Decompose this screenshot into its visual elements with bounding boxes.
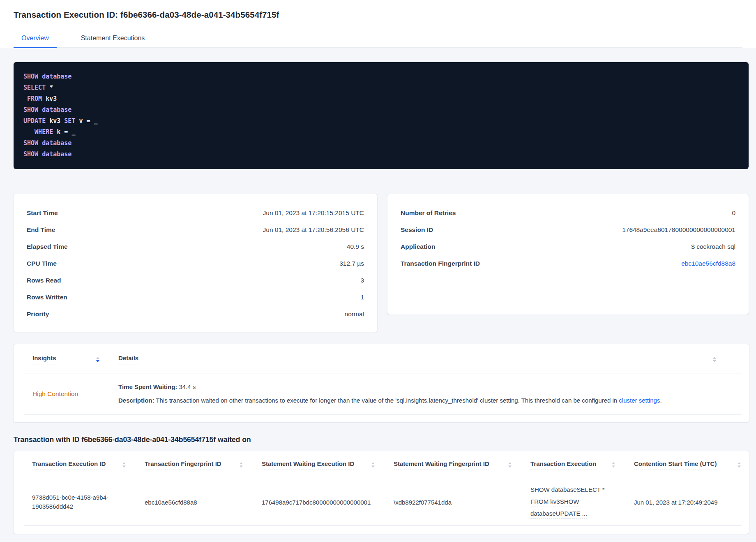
sort-down-icon [122,466,126,468]
transaction-execution-id-header[interactable]: Transaction Execution ID [32,460,106,470]
rows-read-label: Rows Read [27,277,61,284]
col-transaction-fingerprint-id: Transaction Fingerprint ID [145,460,262,470]
sql-statements-box: SHOW databaseSELECT * FROM kv3SHOW datab… [14,62,749,169]
sort-icon[interactable] [240,462,243,468]
row-transaction-fingerprint-id: Transaction Fingerprint ID ebc10ae56cfd8… [401,255,735,272]
sort-icon[interactable] [122,462,126,468]
cpu-time-label: CPU Time [27,260,57,267]
transaction-execution-link[interactable]: FROM kv3SHOW [530,497,579,507]
contention-start-time-cell: Jun 01, 2023 at 17:20:49:2049 [634,498,741,507]
row-divider [24,525,742,526]
insight-description: Description: This transaction waited on … [118,396,749,405]
contention-start-time-value: Jun 01, 2023 at 17:20:49:2049 [634,499,718,506]
sort-up-icon [713,357,716,359]
insights-column: Insights [32,354,99,364]
sort-up-icon [122,462,126,464]
tab-statement-executions-label: Statement Executions [81,35,145,42]
description-period: . [660,397,662,404]
cpu-time-value: 312.7 µs [339,260,364,267]
row-cpu-time: CPU Time 312.7 µs [27,255,364,272]
transaction-execution-link[interactable]: SHOW databaseSELECT * [530,485,605,495]
row-priority: Priority normal [27,306,364,322]
sort-icon[interactable] [612,462,615,468]
transaction-details-page: Transaction Execution ID: f6be6366-da03-… [0,0,756,542]
sort-down-icon [508,466,512,468]
row-rows-read: Rows Read 3 [27,272,364,289]
sort-down-icon [371,466,375,468]
transaction-fingerprint-id-value: ebc10ae56cfd88a8 [145,499,197,506]
timing-summary-card: Start Time Jun 01, 2023 at 17:20:15:2015… [14,194,377,332]
row-elapsed-time: Elapsed Time 40.9 s [27,238,364,255]
sort-up-icon [738,462,741,464]
retries-label: Number of Retries [401,209,456,217]
time-spent-waiting-value: 34.4 s [177,383,196,390]
row-divider [24,414,742,415]
insight-details-cell: Time Spent Waiting: 34.4 s Description: … [118,382,749,405]
col-statement-waiting-execution-id: Statement Waiting Execution ID [262,460,394,470]
sql-code: SHOW databaseSELECT * FROM kv3SHOW datab… [23,71,739,160]
rows-written-value: 1 [360,294,364,301]
details-column-header[interactable]: Details [118,354,138,364]
tab-statement-executions[interactable]: Statement Executions [73,31,153,47]
time-spent-waiting: Time Spent Waiting: 34.4 s [118,382,749,391]
insights-table: Insights Details High Contention [14,344,749,422]
sort-down-icon [240,466,243,468]
time-spent-waiting-label: Time Spent Waiting: [118,383,177,390]
insight-row: High Contention Time Spent Waiting: 34.4… [14,373,749,414]
session-summary-card: Number of Retries 0 Session ID 17648a9ee… [387,194,749,315]
sort-down-icon [96,360,99,362]
row-start-time: Start Time Jun 01, 2023 at 17:20:15:2015… [27,204,364,221]
insights-table-header: Insights Details [14,344,749,373]
sort-icon[interactable] [371,462,375,468]
row-application: Application $ cockroach sql [401,238,735,255]
start-time-label: Start Time [27,209,58,217]
elapsed-time-value: 40.9 s [347,243,364,250]
waited-on-heading: Transaction with ID f6be6366-da03-48de-a… [14,435,749,444]
transaction-execution-cell: SHOW databaseSELECT * FROM kv3SHOW datab… [530,485,634,519]
transaction-fingerprint-label: Transaction Fingerprint ID [401,260,480,267]
page-title: Transaction Execution ID: f6be6366-da03-… [14,10,742,20]
transaction-execution-id-cell: 9738d051-bc0e-4158-a9b4-1903586ddd42 [32,493,145,511]
statement-waiting-fingerprint-id-header[interactable]: Statement Waiting Fingerprint ID [394,460,489,470]
transaction-fingerprint-id-cell: ebc10ae56cfd88a8 [145,498,262,507]
priority-label: Priority [27,310,49,318]
transaction-execution-header[interactable]: Transaction Execution [530,460,596,470]
row-number-of-retries: Number of Retries 0 [401,204,735,221]
sort-up-icon [371,462,375,464]
start-time-value: Jun 01, 2023 at 17:20:15:2015 UTC [263,209,364,217]
tab-overview[interactable]: Overview [14,31,57,47]
application-label: Application [401,243,435,250]
priority-value: normal [345,310,364,318]
transaction-fingerprint-id-header[interactable]: Transaction Fingerprint ID [145,460,221,470]
statement-waiting-fingerprint-id-value: \xdb8922f077541dda [394,499,452,506]
elapsed-time-label: Elapsed Time [27,243,68,250]
sort-icon[interactable] [738,462,741,468]
insight-type-cell: High Contention [32,390,99,398]
sort-down-icon [738,466,741,468]
cluster-settings-link[interactable]: cluster settings [619,397,660,404]
insights-column-header[interactable]: Insights [32,354,56,364]
sort-up-icon [240,462,243,464]
retries-value: 0 [732,209,735,217]
statement-waiting-execution-id-header[interactable]: Statement Waiting Execution ID [262,460,354,470]
col-contention-start-time: Contention Start Time (UTC) [634,460,741,470]
description-label: Description: [118,397,154,404]
contention-start-time-header[interactable]: Contention Start Time (UTC) [634,460,717,470]
sort-icon[interactable] [96,357,99,362]
page-header: Transaction Execution ID: f6be6366-da03-… [0,0,756,48]
sort-icon[interactable] [508,462,512,468]
statement-waiting-execution-id-value: 176498a9c717bdc80000000000000001 [262,499,371,506]
description-text: This transaction waited on other transac… [154,397,619,404]
application-value: $ cockroach sql [691,243,735,250]
transaction-fingerprint-link[interactable]: ebc10ae56cfd88a8 [681,260,735,267]
tab-overview-label: Overview [21,35,49,42]
waited-table-header: Transaction Execution ID Transaction Fin… [14,451,749,479]
rows-written-label: Rows Written [27,294,67,301]
transaction-execution-link[interactable]: databaseUPDATE ... [530,509,587,519]
end-time-value: Jun 01, 2023 at 17:20:56:2056 UTC [263,226,364,234]
sort-icon[interactable] [713,357,716,362]
statement-waiting-execution-id-cell: 176498a9c717bdc80000000000000001 [262,498,394,507]
sort-up-icon [508,462,512,464]
col-transaction-execution: Transaction Execution [530,460,634,470]
waited-on-table: Transaction Execution ID Transaction Fin… [14,451,749,534]
